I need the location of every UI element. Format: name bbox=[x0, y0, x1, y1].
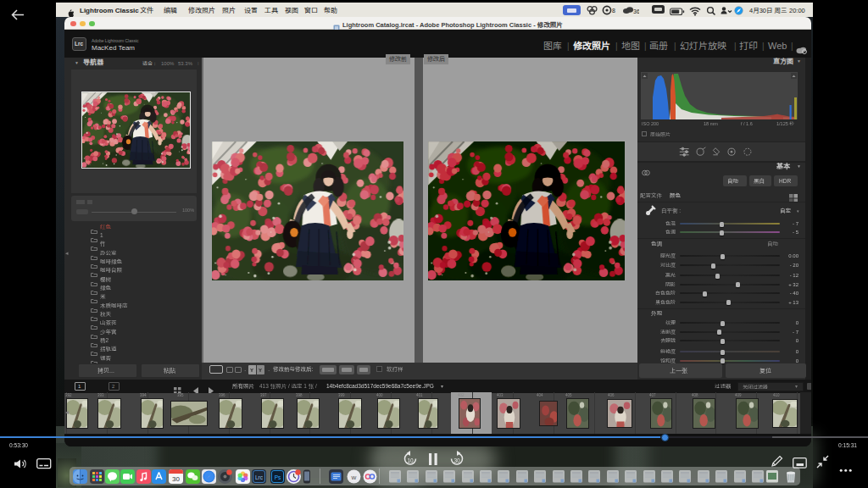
svg-text:10: 10 bbox=[407, 458, 414, 463]
svg-text:8: 8 bbox=[612, 8, 615, 14]
svg-text:30: 30 bbox=[453, 458, 460, 463]
svg-text:w: w bbox=[351, 474, 357, 481]
svg-text:30: 30 bbox=[172, 474, 180, 482]
svg-text:Ps: Ps bbox=[275, 474, 281, 480]
svg-text:36: 36 bbox=[633, 8, 639, 14]
svg-text:Lrc: Lrc bbox=[255, 474, 264, 480]
